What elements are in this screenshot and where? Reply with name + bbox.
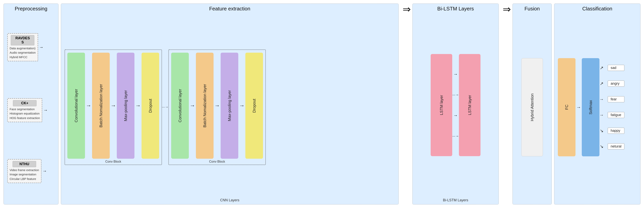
conv-layer-2: Convolutional layer [171, 53, 189, 159]
bilstm-bottom-label: Bi-LSTM Layers [443, 198, 468, 202]
arrow-3-4: → [134, 103, 142, 109]
arrow-2-3: → [110, 103, 117, 109]
ck-detail: Face segmentationHistogram equalizationH… [10, 107, 40, 120]
feature-extraction-title: Feature extraction [209, 6, 250, 12]
output-fear: fear [608, 96, 624, 102]
conv-block-1-label: Conv Block [106, 160, 121, 163]
nthu-row: NTHU Video frame extractionImage segment… [7, 159, 55, 183]
ck-row: CK+ Face segmentationHistogram equalizat… [7, 98, 55, 122]
mp-layer-2: Max-pooling layer [220, 53, 238, 159]
bilstm-arrow-bot2: ···→ [452, 134, 459, 138]
bn-layer-1: Batch Nomalization layer [92, 53, 110, 159]
nthu-detail: Video frame extractionImage segmentation… [10, 168, 39, 181]
arrow-1-2: → [85, 103, 92, 109]
fan-arrow-1: ↗ [600, 65, 603, 71]
bn-layer-2: Batch Nomalization layer [196, 53, 214, 159]
nthu-block: NTHU Video frame extractionImage segment… [7, 159, 42, 183]
conv-block-1: Conv Block Convolutional layer → Batch N… [64, 50, 162, 165]
fan-arrow-4: → [600, 113, 604, 118]
hybrid-attention-box: Hybrid Attention [521, 58, 543, 156]
feature-content: Conv Block Convolutional layer → Batch N… [64, 14, 395, 201]
fusion-title: Fusion [524, 6, 540, 12]
classification-panel: Classification FC → Softmax ↗ ↗ → → ↘ ↘ … [554, 4, 640, 204]
output-netural: netural [608, 143, 624, 149]
ck-block: CK+ Face segmentationHistogram equalizat… [7, 98, 42, 122]
bilstm-arrow-top: → [454, 72, 458, 77]
softmax-box: Softmax [582, 58, 600, 156]
bilstm-content: LSTM layer → ···→ → ···→ LSTM layer [416, 14, 495, 196]
ravdes-row: RAVDESS Data augmentation)Audio segmenta… [7, 33, 55, 62]
big-arrow-to-bilstm: ⇒ [402, 4, 411, 204]
main-container: Preprocessing RAVDESS Data augmentation)… [0, 0, 644, 208]
conv-block-2: Conv Block Convolutional layer → Batch N… [168, 50, 266, 165]
fc-box: FC [558, 58, 576, 156]
ravdes-name: RAVDESS [11, 35, 34, 45]
ck-name: CK+ [13, 100, 36, 106]
classification-title: Classification [582, 6, 612, 12]
cnn-layers-label: CNN Layers [220, 198, 239, 202]
conv-block-2-label: Conv Block [209, 160, 225, 163]
ravdes-block: RAVDESS Data augmentation)Audio segmenta… [7, 33, 38, 62]
fan-arrows: ↗ ↗ → → ↘ ↘ [600, 58, 604, 156]
output-angry: angry [608, 81, 624, 87]
lstm-box-1: LSTM layer [431, 54, 452, 156]
bilstm-arrow-mid: ···→ [452, 93, 459, 97]
fusion-content: Hybrid Attention [516, 14, 548, 201]
feature-extraction-panel: Feature extraction Conv Block Convolutio… [61, 4, 399, 204]
fan-arrow-2: ↗ [600, 81, 603, 86]
fan-arrow-6: ↘ [600, 144, 603, 149]
ravdes-arrow: → [39, 45, 44, 50]
arrow-fc-softmax: → [576, 104, 582, 110]
output-happy: happy [608, 128, 624, 134]
arrow-b2-3-4: → [238, 103, 245, 109]
dropout-2: Dropout [245, 53, 263, 159]
big-arrow-to-fusion: ⇒ [503, 4, 511, 204]
preprocessing-panel: Preprocessing RAVDESS Data augmentation)… [4, 4, 58, 204]
bilstm-panel: Bi-LSTM Layers Bi-LSTM Layers LSTM layer… [412, 4, 499, 204]
conv-layer-1: Convolutional layer [67, 53, 85, 159]
classification-content: FC → Softmax ↗ ↗ → → ↘ ↘ sad angry fear … [558, 14, 637, 201]
nthu-name: NTHU [12, 161, 36, 167]
lstm-box-2: LSTM layer [459, 54, 480, 156]
mp-layer-1: Max-pooling layer [117, 53, 134, 159]
output-labels: sad angry fear fatigue happy netural [608, 58, 624, 156]
output-sad: sad [608, 65, 624, 71]
nthu-arrow: → [42, 168, 47, 174]
fan-arrow-5: ↘ [600, 128, 603, 133]
output-fatigue: fatigue [608, 112, 624, 118]
preprocessing-title: Preprocessing [15, 6, 47, 12]
fusion-panel: Fusion Hybrid Attention [512, 4, 552, 204]
dots-arrow: ···→ [162, 105, 168, 109]
fan-arrow-3: → [600, 97, 604, 102]
dropout-1: Dropout [142, 53, 159, 159]
arrow-b2-1-2: → [189, 103, 196, 109]
bilstm-title: Bi-LSTM Layers [437, 6, 474, 12]
ck-arrow: → [44, 108, 48, 113]
bilstm-middle-arrows: → ···→ → ···→ [452, 54, 459, 156]
arrow-b2-2-3: → [214, 103, 220, 109]
ravdes-detail: Data augmentation)Audio segmentationHybr… [10, 46, 36, 60]
bilstm-arrow-bot: → [454, 113, 458, 118]
